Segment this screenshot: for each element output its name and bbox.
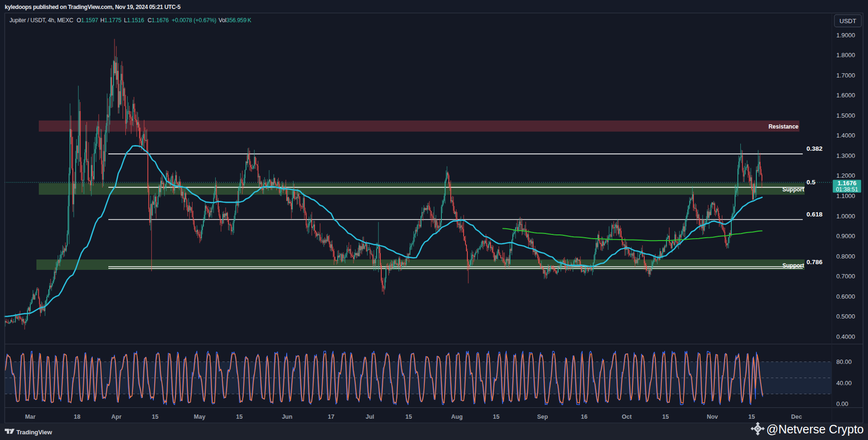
svg-text:18: 18 <box>74 414 80 420</box>
svg-text:0.8000: 0.8000 <box>836 253 855 260</box>
svg-text:0.5: 0.5 <box>807 179 815 186</box>
svg-text:0.6000: 0.6000 <box>836 293 855 300</box>
svg-text:0.382: 0.382 <box>807 145 823 152</box>
svg-text:L1.1516: L1.1516 <box>124 17 144 24</box>
svg-text:Resistance: Resistance <box>769 123 799 130</box>
svg-text:May: May <box>194 414 205 420</box>
svg-text:1.5000: 1.5000 <box>836 112 855 119</box>
svg-text:15: 15 <box>152 414 158 420</box>
svg-text:0.5000: 0.5000 <box>836 313 855 320</box>
svg-text:0.00: 0.00 <box>836 400 848 407</box>
svg-text:Apr: Apr <box>111 414 122 420</box>
svg-text:USDT: USDT <box>840 17 856 25</box>
svg-text:TradingView: TradingView <box>17 429 53 436</box>
svg-text:1.9000: 1.9000 <box>836 32 855 39</box>
svg-text:@Netverse Crypto: @Netverse Crypto <box>766 423 864 436</box>
svg-text:1.2000: 1.2000 <box>836 172 855 179</box>
svg-text:Mar: Mar <box>25 414 35 420</box>
svg-text:H1.1775: H1.1775 <box>100 17 122 24</box>
svg-text:0.7000: 0.7000 <box>836 273 855 280</box>
svg-text:80.00: 80.00 <box>836 358 852 365</box>
svg-text:15: 15 <box>405 414 412 420</box>
svg-text:1.3000: 1.3000 <box>836 152 855 159</box>
svg-text:0.9000: 0.9000 <box>836 233 855 240</box>
svg-text:Nov: Nov <box>707 414 718 420</box>
svg-text:1.6000: 1.6000 <box>836 92 855 99</box>
svg-text:0.786: 0.786 <box>807 259 823 266</box>
svg-text:O1.1597: O1.1597 <box>77 17 98 24</box>
svg-text:1.0000: 1.0000 <box>836 213 855 220</box>
svg-text:1.4000: 1.4000 <box>836 132 855 139</box>
svg-text:Dec: Dec <box>791 414 802 420</box>
svg-text:+0.0078 (+0.67%): +0.0078 (+0.67%) <box>172 17 217 24</box>
svg-text:Jul: Jul <box>366 414 374 420</box>
svg-text:1.8000: 1.8000 <box>836 52 855 59</box>
svg-text:Aug: Aug <box>451 414 463 420</box>
svg-text:Oct: Oct <box>622 414 632 420</box>
svg-text:16: 16 <box>581 414 587 420</box>
svg-text:Jun: Jun <box>282 414 292 420</box>
svg-text:15: 15 <box>748 414 755 420</box>
svg-text:Vol356.959 K: Vol356.959 K <box>219 17 251 24</box>
svg-text:Support: Support <box>782 262 804 269</box>
svg-text:40.00: 40.00 <box>836 380 852 387</box>
svg-text:15: 15 <box>662 414 669 420</box>
svg-text:Sep: Sep <box>537 414 548 420</box>
svg-text:Jupiter / USDT, 4h, MEXC: Jupiter / USDT, 4h, MEXC <box>9 17 73 24</box>
svg-text:Support: Support <box>782 186 804 193</box>
svg-text:01:38:51: 01:38:51 <box>836 186 858 193</box>
svg-text:1.1000: 1.1000 <box>836 192 855 199</box>
svg-text:15: 15 <box>236 414 243 420</box>
svg-text:15: 15 <box>493 414 500 420</box>
svg-text:kyledoops published on Trading: kyledoops published on TradingView.com, … <box>5 4 181 10</box>
svg-text:0.618: 0.618 <box>807 211 823 218</box>
svg-text:0.4000: 0.4000 <box>836 333 855 340</box>
svg-text:17: 17 <box>328 414 334 420</box>
svg-text:1.7000: 1.7000 <box>836 72 855 79</box>
svg-text:C1.1676: C1.1676 <box>148 17 169 24</box>
